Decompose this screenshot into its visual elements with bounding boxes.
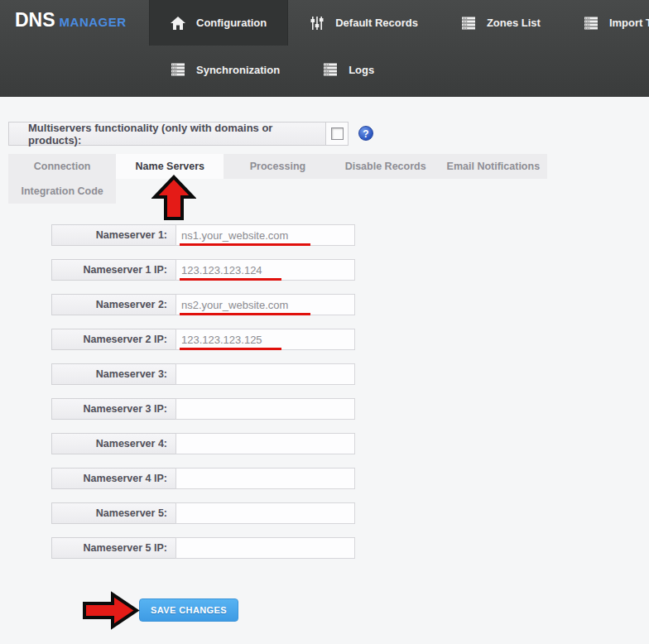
nav-item-logs[interactable]: Logs [301, 46, 396, 94]
field-label: Nameserver 5 IP: [51, 537, 176, 559]
list-icon [323, 63, 338, 76]
field-label: Nameserver 2: [51, 294, 176, 315]
form-row: Nameserver 3 IP: [51, 398, 355, 420]
nav-item-label: Configuration [196, 17, 267, 29]
form-row: Nameserver 2 IP: [51, 329, 355, 350]
save-changes-button[interactable]: SAVE CHANGES [139, 598, 238, 622]
top-navigation-bar: DNSMANAGER Configuration Default Records [0, 0, 649, 97]
nav-item-zones-list[interactable]: Zones List [440, 0, 562, 46]
nameserver-4-ip-input[interactable] [175, 468, 355, 489]
list-icon [171, 63, 185, 76]
form-row: Nameserver 4: [51, 433, 355, 454]
logo-primary-text: DNS [15, 9, 55, 31]
tab-email-notifications[interactable]: Email Notifications [440, 154, 547, 179]
nav-item-label: Default Records [335, 17, 418, 29]
multiservers-checkbox[interactable] [331, 127, 344, 140]
nameserver-5-ip-input[interactable] [175, 537, 355, 559]
annotation-underline [180, 313, 310, 315]
nav-item-synchronization[interactable]: Synchronization [149, 46, 301, 94]
nav-item-label: Logs [349, 64, 374, 76]
sliders-icon [310, 17, 324, 30]
field-label: Nameserver 2 IP: [51, 329, 176, 350]
form-row: Nameserver 3: [51, 363, 355, 385]
logo-secondary-text: MANAGER [60, 15, 127, 29]
annotation-underline [180, 278, 281, 281]
nav-item-configuration[interactable]: Configuration [149, 0, 288, 46]
nameserver-5-input[interactable] [175, 502, 355, 524]
nameserver-3-input[interactable] [175, 363, 355, 385]
field-label: Nameserver 3 IP: [51, 398, 176, 420]
form-row: Nameserver 1: [51, 224, 355, 246]
nav-item-label: Import Tool [609, 17, 649, 29]
nav-row-2: Synchronization Logs [149, 46, 396, 94]
field-label: Nameserver 3: [51, 363, 176, 385]
nav-item-default-records[interactable]: Default Records [288, 0, 440, 46]
multiservers-row: Multiservers functionality (only with do… [8, 122, 349, 146]
dns-manager-page: DNSMANAGER Configuration Default Records [0, 0, 649, 644]
field-label: Nameserver 4: [51, 433, 176, 454]
list-icon [584, 17, 599, 30]
annotation-underline [180, 243, 310, 246]
form-row: Nameserver 2: [51, 294, 355, 315]
multiservers-checkbox-cell [325, 122, 349, 146]
field-label: Nameserver 1: [51, 224, 176, 246]
nav-item-import-tool[interactable]: Import Tool [562, 0, 649, 46]
nav-item-label: Zones List [487, 17, 541, 29]
tab-processing[interactable]: Processing [224, 154, 331, 179]
nameserver-4-input[interactable] [175, 433, 355, 454]
tab-integration-code[interactable]: Integration Code [8, 179, 116, 204]
nav-item-label: Synchronization [196, 64, 280, 76]
form-row: Nameserver 5 IP: [51, 537, 355, 559]
annotation-arrow-up-icon [151, 175, 196, 224]
form-row: Nameserver 5: [51, 502, 355, 524]
help-icon[interactable]: ? [358, 126, 373, 141]
nameserver-3-ip-input[interactable] [175, 398, 355, 420]
list-icon [461, 17, 476, 30]
nav-row-1: Configuration Default Records [149, 0, 649, 46]
annotation-arrow-right-icon [82, 591, 140, 633]
app-logo: DNSMANAGER [15, 9, 127, 31]
multiservers-label: Multiservers functionality (only with do… [8, 122, 326, 146]
field-label: Nameserver 4 IP: [51, 468, 176, 489]
settings-tabs: Connection Name Servers Processing Disab… [8, 154, 547, 204]
home-icon [171, 17, 185, 30]
nameservers-form: Nameserver 1: Nameserver 1 IP: Nameserve… [51, 224, 355, 572]
form-row: Nameserver 1 IP: [51, 259, 355, 281]
annotation-underline [180, 348, 281, 350]
field-label: Nameserver 5: [51, 502, 176, 524]
tab-disable-records[interactable]: Disable Records [332, 154, 440, 179]
form-row: Nameserver 4 IP: [51, 468, 355, 489]
tab-connection[interactable]: Connection [8, 154, 116, 179]
field-label: Nameserver 1 IP: [51, 259, 176, 281]
